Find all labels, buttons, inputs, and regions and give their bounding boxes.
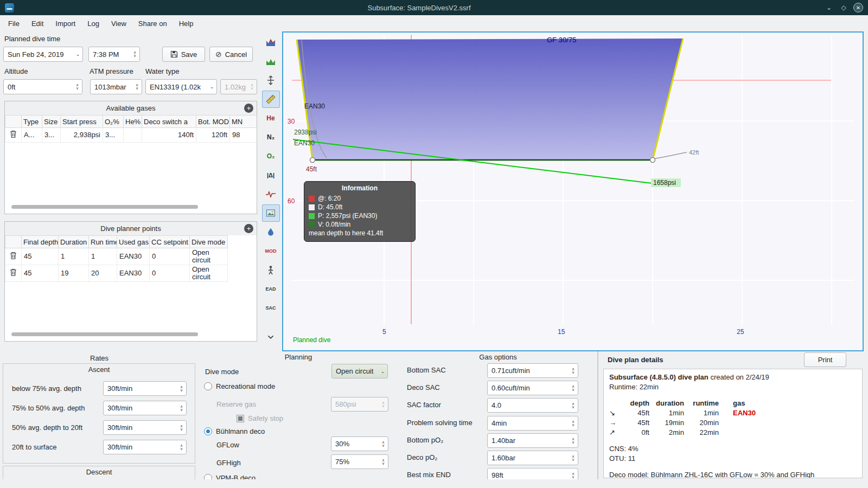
bottom-sac-spinbox[interactable]: 0.71cuft/min ∧∨ (487, 363, 578, 378)
vpmb-deco-option[interactable]: VPM-B deco (204, 474, 256, 479)
start-pressure-gas-label: EAN30 (294, 139, 315, 147)
spin-buttons[interactable]: ∧∨ (569, 416, 578, 430)
spin-buttons[interactable]: ∧∨ (569, 381, 578, 395)
spin-down-icon: ∨ (251, 87, 253, 90)
rate-label: 20ft to surface (12, 443, 56, 451)
window-maximize-icon[interactable]: ◇ (839, 3, 848, 12)
menu-import[interactable]: Import (49, 17, 81, 30)
cancel-button[interactable]: ⊘ Cancel (209, 47, 253, 62)
mod-icon[interactable]: MOD (262, 242, 280, 260)
increments-icon[interactable] (262, 72, 280, 89)
menu-file[interactable]: File (2, 17, 25, 30)
delete-point-button[interactable] (5, 248, 22, 265)
spin-buttons[interactable]: ∧∨ (132, 80, 142, 94)
spin-buttons[interactable]: ∧∨ (177, 401, 186, 415)
col-cc-setpoint: CC setpoint (150, 236, 190, 248)
tooltip-title: Information (309, 184, 411, 192)
checkbox-icon (237, 415, 244, 422)
tissues-icon[interactable]: |Δ| (262, 166, 280, 184)
gfhigh-spinbox[interactable]: 75% ∧∨ (331, 454, 388, 469)
window-close-icon[interactable]: ✕ (853, 3, 863, 12)
atm-pressure-spinbox[interactable]: 1013mbar ∧∨ (90, 79, 142, 94)
ascent-rate-spinbox-4[interactable]: 30ft/min ∧∨ (103, 440, 187, 454)
spin-buttons[interactable]: ∧∨ (177, 440, 186, 454)
gf-label: GF 30/75 (547, 36, 576, 44)
spin-down-icon: ∨ (382, 404, 385, 408)
altitude-spinbox[interactable]: 0ft ∧∨ (3, 79, 82, 94)
waypoint-handle[interactable] (310, 158, 315, 163)
photos-icon[interactable] (262, 204, 280, 222)
waypoint-handle[interactable] (650, 158, 655, 163)
spin-buttons[interactable]: ∧∨ (569, 399, 578, 412)
spin-buttons[interactable]: ∧∨ (177, 421, 186, 434)
problem-solving-time-spinbox[interactable]: 4min ∧∨ (487, 416, 578, 431)
spin-buttons[interactable]: ∧∨ (130, 47, 139, 61)
add-point-button[interactable]: + (244, 224, 253, 233)
buhlmann-deco-option[interactable]: Bühlmann deco (204, 427, 265, 435)
gas-option-label: Best mix END (407, 471, 451, 479)
spin-buttons[interactable]: ∧∨ (177, 382, 186, 395)
plan-segment-row: → 45ft 19min 20min (609, 418, 857, 428)
add-gas-button[interactable]: + (244, 104, 253, 113)
scroll-down-icon[interactable] (261, 329, 279, 346)
save-icon (170, 50, 178, 58)
deco-po2-spinbox[interactable]: 1.60bar ∧∨ (487, 451, 578, 465)
dive-mode-label: Dive mode (205, 368, 239, 376)
ruler-icon[interactable] (262, 91, 280, 108)
gflow-spinbox[interactable]: 30% ∧∨ (331, 436, 388, 451)
calc-ceiling-icon[interactable] (262, 53, 280, 70)
gas-options-panel: Gas options Bottom SAC 0.71cuft/min ∧∨ D… (400, 351, 596, 479)
menu-view[interactable]: View (105, 17, 132, 30)
nitrogen-icon[interactable]: N₂ (262, 129, 280, 146)
menu-share-on[interactable]: Share on (132, 17, 173, 30)
save-button[interactable]: Save (162, 47, 205, 62)
print-button[interactable]: Print (804, 352, 846, 367)
planner-point-row: 45 19 20 EAN30 0 Open circuit (5, 265, 228, 282)
panel-divider[interactable] (597, 351, 598, 479)
spin-buttons[interactable]: ∧∨ (73, 80, 82, 94)
oxygen-icon[interactable]: O₂ (262, 147, 280, 165)
menu-help[interactable]: Help (173, 17, 200, 30)
points-hscrollbar[interactable] (11, 332, 198, 336)
heliox-icon[interactable]: He (262, 110, 280, 127)
sac-factor-spinbox[interactable]: 4.0 ∧∨ (487, 398, 578, 413)
spin-buttons[interactable]: ∧∨ (569, 434, 578, 447)
dive-mode-combobox[interactable]: Open circuit ⌄ (331, 364, 388, 378)
spin-down-icon: ∨ (572, 476, 575, 479)
radio-icon[interactable] (204, 474, 212, 479)
radio-checked-icon[interactable] (204, 427, 212, 435)
spin-buttons[interactable]: ∧∨ (379, 437, 388, 451)
spin-buttons[interactable]: ∧∨ (379, 455, 388, 468)
best-mix-end-spinbox[interactable]: 98ft ∧∨ (487, 468, 578, 479)
radio-icon[interactable] (204, 382, 212, 390)
gas-pressure-icon[interactable] (262, 223, 280, 241)
dc-ceiling-icon[interactable] (262, 34, 280, 51)
deco-sac-spinbox[interactable]: 0.60cuft/min ∧∨ (487, 381, 578, 395)
delete-point-button[interactable] (5, 265, 22, 282)
delete-gas-button[interactable] (5, 128, 22, 143)
recreational-mode-option[interactable]: Recreational mode (204, 382, 275, 390)
menu-log[interactable]: Log (81, 17, 105, 30)
sac-icon[interactable]: SAC (262, 299, 280, 317)
ascent-rate-spinbox-3[interactable]: 30ft/min ∧∨ (103, 420, 187, 435)
gases-hscrollbar[interactable] (11, 205, 198, 209)
col-used-gas: Used gas (117, 236, 150, 248)
heart-rate-icon[interactable] (262, 185, 280, 203)
dive-profile-chart[interactable]: GF 30/75 EAN30 2938psi EAN30 45ft 42ft 1… (282, 31, 864, 351)
water-type-combobox[interactable]: EN13319 (1.02k ⌄ (145, 79, 217, 94)
dive-time-spinbox[interactable]: 7:38 PM ∧∨ (88, 47, 140, 62)
planned-dive-time-label: Planned dive time (4, 35, 60, 43)
trash-icon (10, 268, 17, 277)
spin-buttons[interactable]: ∧∨ (569, 451, 578, 465)
bottom-po2-spinbox[interactable]: 1.40bar ∧∨ (487, 433, 578, 448)
spin-buttons[interactable]: ∧∨ (569, 468, 578, 479)
profile-info-tooltip[interactable]: Information @: 6:20 D: 45.0ft P: 2,557ps… (304, 181, 416, 242)
ascent-rate-spinbox-1[interactable]: 30ft/min ∧∨ (103, 381, 187, 396)
window-shade-icon[interactable]: ⌄ (824, 3, 834, 12)
ead-icon[interactable]: EAD (262, 280, 280, 298)
menu-edit[interactable]: Edit (25, 17, 49, 30)
dive-date-combobox[interactable]: Sun Feb 24, 2019 ⌄ (3, 47, 83, 62)
spin-buttons[interactable]: ∧∨ (569, 364, 578, 377)
ndl-icon[interactable] (262, 261, 280, 279)
ascent-rate-spinbox-2[interactable]: 30ft/min ∧∨ (103, 401, 187, 415)
